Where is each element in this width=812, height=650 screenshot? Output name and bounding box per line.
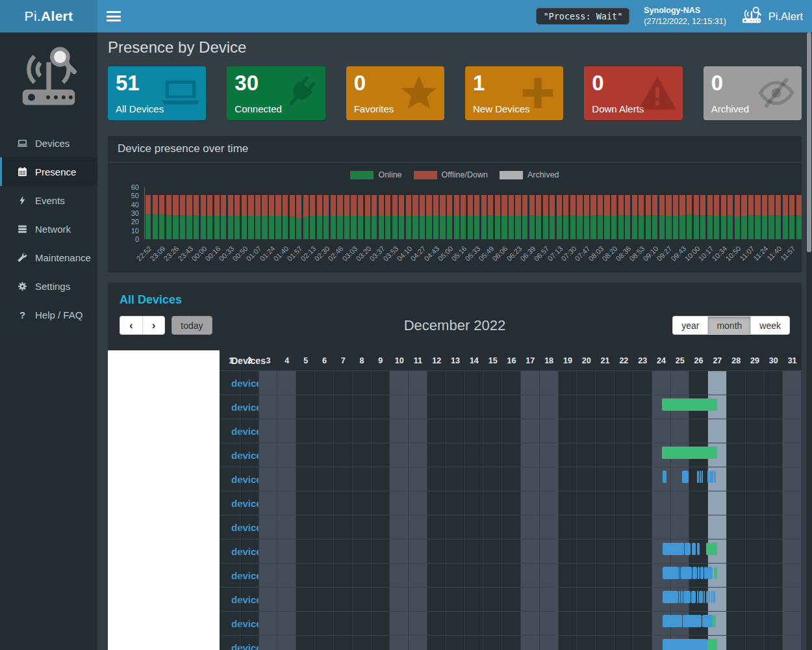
chart-bar-segment-online[interactable] (755, 215, 760, 239)
chart-bar-segment-offline-down[interactable] (235, 195, 240, 216)
chart-bar-segment-online[interactable] (440, 216, 445, 239)
chart-bar-segment-online[interactable] (337, 216, 342, 239)
chart-bar-segment-offline-down[interactable] (290, 195, 295, 216)
chart-bar-segment-online[interactable] (694, 215, 699, 239)
presence-bar-session[interactable] (683, 615, 702, 627)
chart-bar-segment-online[interactable] (283, 216, 288, 239)
sidebar-item-network[interactable]: Network (0, 214, 97, 243)
chart-bar-segment-offline-down[interactable] (563, 195, 568, 215)
chart-bar-segment-online[interactable] (351, 216, 356, 239)
chart-bar-segment-online[interactable] (796, 215, 802, 239)
chart-bar-segment-online[interactable] (590, 215, 596, 239)
chart-bar-segment-online[interactable] (146, 214, 151, 239)
chart-bar-segment-online[interactable] (228, 216, 233, 239)
chart-bar-segment-offline-down[interactable] (515, 195, 520, 216)
chart-bar-segment-offline-down[interactable] (659, 195, 665, 215)
chart-bar-segment-online[interactable] (748, 215, 754, 239)
chart-bar-segment-online[interactable] (632, 215, 637, 239)
chart-bar-segment-offline-down[interactable] (687, 195, 692, 214)
legend-item-archived[interactable]: Archived (500, 170, 559, 179)
chart-bar-segment-online[interactable] (221, 216, 226, 239)
chart-bar-segment-offline-down[interactable] (186, 195, 192, 216)
chart-bar-segment-offline-down[interactable] (639, 195, 644, 216)
chart-bar-segment-online[interactable] (604, 216, 609, 239)
chart-bar-segment-offline-down[interactable] (440, 195, 445, 216)
presence-bar-session[interactable] (681, 567, 692, 579)
presence-bar-session[interactable] (679, 591, 680, 603)
chart-bar-segment-offline-down[interactable] (166, 195, 171, 215)
sidebar-item-help-faq[interactable]: ?Help / FAQ (0, 300, 97, 329)
chart-bar-segment-online[interactable] (536, 216, 541, 239)
chart-bar-segment-online[interactable] (570, 215, 576, 239)
chart-bar-segment-online[interactable] (173, 215, 178, 239)
scrollbar-thumb[interactable] (807, 32, 811, 252)
chart-bar-segment-offline-down[interactable] (646, 195, 651, 215)
chart-bar-segment-offline-down[interactable] (461, 195, 466, 216)
chart-bar-segment-offline-down[interactable] (379, 195, 384, 216)
chart-bar-segment-offline-down[interactable] (714, 195, 719, 216)
chart-bar-segment-offline-down[interactable] (153, 195, 158, 214)
presence-bar-session[interactable] (685, 543, 691, 555)
chart-bar-segment-offline-down[interactable] (604, 195, 609, 216)
chart-bar-segment-online[interactable] (303, 216, 309, 239)
app-logo[interactable]: Pi.Alert (0, 0, 97, 32)
chart-bar-segment-online[interactable] (412, 216, 418, 239)
presence-bar-online[interactable] (662, 398, 717, 411)
chart-bar-segment-offline-down[interactable] (721, 195, 726, 216)
chart-bar-segment-offline-down[interactable] (707, 195, 713, 215)
chart-bar-segment-online[interactable] (235, 216, 240, 239)
chart-bar-segment-offline-down[interactable] (180, 195, 185, 215)
chart-bar-segment-offline-down[interactable] (509, 195, 514, 216)
chart-bar-segment-offline-down[interactable] (577, 195, 582, 216)
chart-bar-segment-online[interactable] (454, 216, 459, 239)
chart-bar-segment-offline-down[interactable] (228, 195, 233, 216)
sidebar-item-settings[interactable]: Settings (0, 272, 97, 300)
chart-bar-segment-offline-down[interactable] (310, 195, 315, 216)
presence-bar-session[interactable] (663, 615, 682, 627)
chart-bar-segment-online[interactable] (433, 216, 438, 239)
chart-bar-segment-offline-down[interactable] (385, 195, 390, 216)
calendar-view-year-button[interactable]: year (672, 316, 707, 335)
chart-bar-segment-offline-down[interactable] (262, 195, 267, 216)
chart-bar-segment-online[interactable] (269, 216, 274, 239)
chart-bar-segment-online[interactable] (618, 215, 624, 239)
chart-bar-segment-offline-down[interactable] (344, 195, 349, 216)
sidebar-item-events[interactable]: Events (0, 186, 97, 214)
chart-bar-segment-online[interactable] (385, 216, 390, 239)
chart-bar-segment-offline-down[interactable] (611, 195, 616, 216)
chart-bar-segment-offline-down[interactable] (488, 195, 493, 215)
chart-bar-segment-offline-down[interactable] (283, 195, 288, 216)
chart-bar-segment-offline-down[interactable] (337, 195, 342, 216)
calendar-prev-button[interactable]: ‹ (120, 316, 142, 335)
chart-bar-segment-online[interactable] (248, 216, 253, 239)
chart-bar-segment-online[interactable] (255, 216, 260, 239)
chart-bar-segment-online[interactable] (529, 215, 535, 239)
chart-bar-segment-online[interactable] (550, 216, 555, 239)
chart-bar-segment-offline-down[interactable] (221, 195, 226, 216)
chart-bar-segment-online[interactable] (331, 216, 336, 239)
chart-bar-segment-offline-down[interactable] (598, 195, 603, 215)
presence-bar-online[interactable] (714, 567, 717, 579)
legend-item-offline-down[interactable]: Offline/Down (414, 170, 488, 179)
card-archived[interactable]: 0Archived (704, 66, 802, 120)
navbar-brand[interactable]: Pi.Alert (741, 6, 803, 27)
presence-bar-session[interactable] (663, 639, 707, 650)
chart-bar-segment-online[interactable] (290, 216, 295, 239)
chart-bar-segment-offline-down[interactable] (618, 195, 624, 215)
card-connected[interactable]: 30Connected (227, 66, 325, 120)
sidebar-item-presence[interactable]: Presence (0, 157, 97, 186)
chart-bar-segment-offline-down[interactable] (776, 195, 781, 215)
presence-bar-session[interactable] (702, 471, 702, 483)
chart-bar-segment-offline-down[interactable] (557, 195, 562, 216)
presence-bar-session[interactable] (707, 567, 712, 579)
chart-bar-segment-offline-down[interactable] (159, 195, 164, 214)
chart-bar-segment-offline-down[interactable] (495, 195, 500, 216)
chart-bar-segment-online[interactable] (522, 216, 527, 239)
chart-bar-segment-online[interactable] (584, 216, 589, 239)
chart-bar-segment-offline-down[interactable] (207, 195, 212, 216)
calendar-view-month-button[interactable]: month (707, 316, 750, 335)
chart-bar-segment-online[interactable] (358, 216, 363, 239)
chart-bar-segment-online[interactable] (762, 216, 767, 239)
chart-bar-segment-online[interactable] (707, 215, 713, 239)
presence-bar-session[interactable] (700, 567, 704, 579)
